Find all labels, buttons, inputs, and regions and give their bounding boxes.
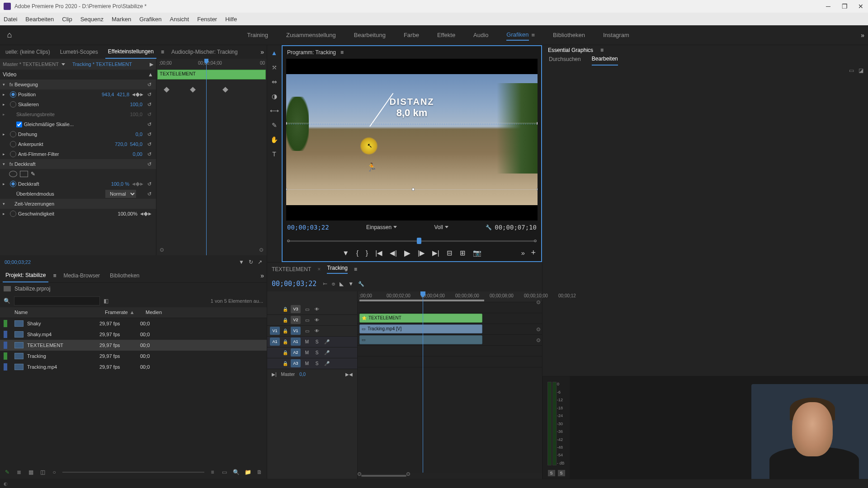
reset-icon[interactable]: ↺: [145, 191, 153, 197]
work-area-bar[interactable]: [359, 300, 484, 301]
search-icon[interactable]: 🔍: [4, 298, 10, 304]
workspace-effekte[interactable]: Effekte: [437, 30, 455, 40]
ec-twirl-geschw[interactable]: ▸: [3, 211, 8, 216]
menu-ansicht[interactable]: Ansicht: [170, 16, 189, 23]
project-header-medien[interactable]: Medien: [146, 310, 263, 315]
tab-projekt[interactable]: Projekt: Stabilize: [3, 269, 48, 282]
zoom-handle-left[interactable]: [358, 472, 361, 476]
timeline-clip-textelement[interactable]: ⭐TEXTELEMENT: [359, 314, 482, 323]
new-bin-icon[interactable]: 📁: [244, 469, 251, 476]
program-scrubber[interactable]: [287, 234, 537, 245]
ec-position-y[interactable]: 421,8: [117, 92, 129, 97]
record-icon[interactable]: 🎤: [323, 338, 330, 345]
tl-scroll-handle[interactable]: [537, 338, 540, 342]
stopwatch-icon[interactable]: [10, 141, 16, 147]
project-row[interactable]: Tracking.mp429,97 fps00;0: [0, 361, 267, 372]
ec-playhead[interactable]: [206, 59, 207, 255]
menu-hilfe[interactable]: Hilfe: [225, 16, 237, 23]
ec-zoom-handle-right[interactable]: [259, 248, 263, 252]
ec-geschw-val[interactable]: 100,00%: [118, 211, 137, 216]
ec-zeit-label[interactable]: Zeit-Verzerrungen: [14, 201, 153, 206]
track-output-icon[interactable]: ▭: [303, 306, 311, 312]
settings-icon[interactable]: ▼: [348, 281, 354, 287]
stopwatch-icon[interactable]: [10, 131, 16, 137]
ec-twirl-skalieren[interactable]: ▸: [3, 102, 8, 107]
selection-handle[interactable]: [286, 122, 287, 125]
tab-effekteinstellungen[interactable]: Effekteinstellungen: [105, 45, 156, 59]
stopwatch-icon[interactable]: [10, 151, 16, 157]
keyframe-diamond[interactable]: [190, 87, 196, 93]
ec-play-icon[interactable]: ▶: [150, 61, 153, 67]
track-select-tool-icon[interactable]: ⤱: [269, 62, 279, 72]
zoom-scrollbar[interactable]: [361, 475, 406, 477]
mask-ellipse-icon[interactable]: [9, 171, 17, 177]
menu-grafiken[interactable]: Grafiken: [139, 16, 161, 23]
marker-icon[interactable]: ◣: [340, 281, 344, 287]
track-a3[interactable]: A3: [291, 359, 301, 367]
reset-icon[interactable]: ↺: [145, 161, 153, 167]
timeline-clip-audio[interactable]: ▭: [359, 335, 482, 344]
program-viewer[interactable]: DISTANZ 8,0 km 🏃 ↖: [286, 59, 538, 221]
selection-handle[interactable]: [286, 188, 287, 191]
goto-icon[interactable]: ▶|: [272, 372, 277, 377]
workspace-instagram[interactable]: Instagram: [603, 30, 629, 40]
src-patch-v1[interactable]: V1: [270, 327, 280, 335]
timeline-tab-tracking[interactable]: Tracking: [327, 265, 348, 274]
track-a1[interactable]: A1: [291, 338, 301, 346]
workspace-overflow-icon[interactable]: »: [861, 32, 864, 39]
next-keyframe-icon[interactable]: ▶: [148, 211, 151, 216]
mask-pen-icon[interactable]: ✎: [31, 171, 39, 177]
step-back-icon[interactable]: ◀|: [390, 249, 397, 257]
stopwatch-icon[interactable]: [10, 211, 16, 217]
reset-icon[interactable]: ↺: [145, 82, 153, 88]
ec-bewegung-label[interactable]: Bewegung: [14, 82, 145, 87]
tl-scroll-handle[interactable]: [537, 328, 540, 331]
program-zoom-select[interactable]: Voll: [434, 224, 448, 230]
timeline-tab-textelement[interactable]: TEXTELEMENT: [272, 266, 311, 272]
home-icon[interactable]: ⌂: [4, 29, 15, 41]
close-button[interactable]: ✕: [857, 3, 864, 10]
lock-icon[interactable]: 🔒: [283, 328, 288, 333]
ec-drehung-val[interactable]: 0,0: [136, 131, 142, 137]
maximize-button[interactable]: ❐: [841, 3, 848, 10]
ec-twirl-antiflimmer[interactable]: ▸: [3, 152, 8, 156]
project-row[interactable]: Tracking29,97 fps00;0: [0, 351, 267, 361]
out-point-icon[interactable]: }: [366, 249, 368, 257]
lock-icon[interactable]: 🔒: [283, 307, 288, 312]
razor-tool-icon[interactable]: ◑: [269, 91, 279, 101]
selection-box[interactable]: [286, 123, 538, 190]
reset-icon[interactable]: ↺: [145, 122, 153, 127]
ec-skalieren-val[interactable]: 100,0: [130, 102, 142, 107]
play-icon[interactable]: ▶: [404, 248, 410, 258]
sort-icon[interactable]: ≡: [209, 469, 216, 476]
ripple-tool-icon[interactable]: ⇔: [269, 77, 279, 87]
track-visibility-icon[interactable]: 👁: [313, 317, 321, 323]
project-search-input[interactable]: [14, 296, 100, 305]
src-patch-a1[interactable]: A1: [270, 338, 280, 346]
record-icon[interactable]: 🎤: [323, 360, 330, 366]
extract-icon[interactable]: ⊞: [460, 249, 466, 257]
slip-tool-icon[interactable]: ⟷: [269, 106, 279, 116]
timeline-clip-tracking[interactable]: ▭Tracking.mp4 [V]: [359, 324, 482, 333]
ec-deckkraft-grp-label[interactable]: Deckkraft: [14, 161, 145, 167]
mute-icon[interactable]: M: [303, 338, 311, 345]
panel-overflow-icon[interactable]: »: [260, 272, 264, 279]
timeline-timecode[interactable]: 00;00;03;22: [272, 280, 316, 288]
ec-antiflimmer-val[interactable]: 0,00: [133, 151, 142, 157]
master-value[interactable]: 0,0: [299, 372, 306, 377]
workspace-grafiken[interactable]: Grafiken: [506, 29, 528, 41]
master-collapse-icon[interactable]: ▶◀: [345, 372, 353, 377]
selection-handle[interactable]: [412, 188, 415, 191]
solo-icon[interactable]: S: [313, 349, 321, 356]
mark-in-icon[interactable]: ▼: [342, 249, 349, 257]
zoom-handle-right[interactable]: [406, 472, 410, 476]
lock-icon[interactable]: 🔒: [283, 318, 288, 323]
stopwatch-icon[interactable]: [10, 101, 16, 108]
tab-bibliotheken[interactable]: Bibliotheken: [107, 269, 142, 282]
new-item-icon[interactable]: 🗎: [256, 469, 263, 476]
transport-overflow-icon[interactable]: »: [521, 249, 525, 257]
ess-tab-bearbeiten[interactable]: Bearbeiten: [592, 56, 618, 66]
go-to-out-icon[interactable]: ▶|: [432, 249, 439, 257]
panel-menu-icon[interactable]: ≡: [53, 272, 56, 279]
stopwatch-icon[interactable]: [10, 91, 16, 98]
